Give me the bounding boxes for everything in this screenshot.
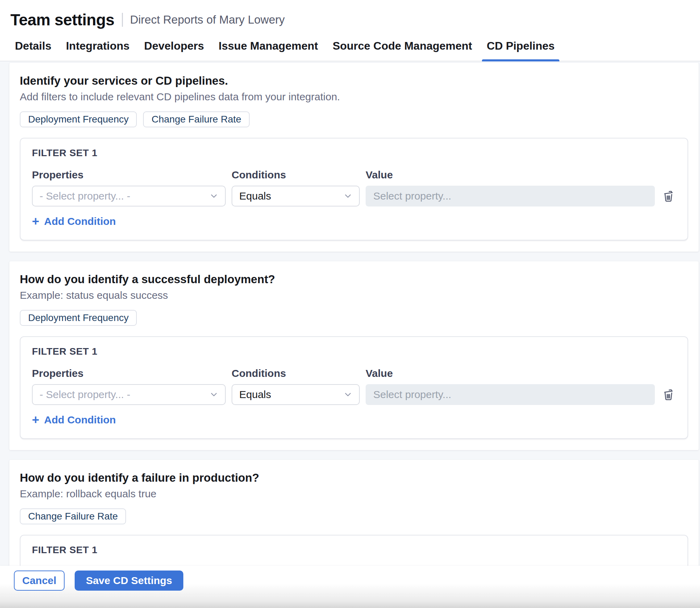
trash-icon [662,388,675,401]
chevron-down-icon [209,191,219,201]
properties-label: Properties [32,169,226,181]
tab-integrations[interactable]: Integrations [61,40,134,61]
footer-action-bar: Cancel Save CD Settings [0,566,700,608]
section-heading: How do you identify a failure in product… [20,471,688,485]
tab-developers[interactable]: Developers [139,40,209,61]
chevron-down-icon [343,191,353,201]
chip-deployment-frequency[interactable]: Deployment Frequency [20,111,137,127]
condition-select-value: Equals [239,190,343,202]
tab-source-code-management[interactable]: Source Code Management [328,40,477,61]
section-heading: Identify your services or CD pipelines. [20,74,688,88]
property-select-placeholder: - Select property... - [40,389,209,400]
add-condition-label: Add Condition [44,414,116,426]
section-subtitle: Add filters to include relevant CD pipel… [20,91,688,103]
chevron-down-icon [209,390,219,399]
value-label: Value [366,368,655,379]
property-select[interactable]: - Select property... - [32,384,226,405]
content-area: Identify your services or CD pipelines. … [0,61,700,608]
page-header: Team settings Direct Reports of Mary Low… [0,0,700,29]
add-condition-button[interactable]: + Add Condition [32,414,116,426]
condition-select-value: Equals [239,389,343,400]
chip-deployment-frequency[interactable]: Deployment Frequency [20,310,137,326]
conditions-label: Conditions [232,368,360,379]
filter-set-title: FILTER SET 1 [32,544,676,556]
value-input[interactable] [366,384,655,405]
plus-icon: + [32,216,39,227]
filter-set-card: FILTER SET 1 Properties Conditions Value… [20,336,688,439]
section-successful-deployment: How do you identify a successful deploym… [9,261,699,450]
value-label: Value [366,169,655,181]
plus-icon: + [32,415,39,425]
cancel-button[interactable]: Cancel [14,571,65,591]
tab-issue-management[interactable]: Issue Management [214,40,323,61]
add-condition-button[interactable]: + Add Condition [32,216,116,227]
delete-condition-button[interactable] [661,186,676,206]
condition-select[interactable]: Equals [232,186,360,206]
value-input[interactable] [366,186,655,206]
add-condition-label: Add Condition [44,216,116,227]
metric-chip-row: Change Failure Rate [20,508,688,524]
section-heading: How do you identify a successful deploym… [20,272,688,286]
filter-set-title: FILTER SET 1 [32,147,676,159]
tab-bar: Details Integrations Developers Issue Ma… [0,40,700,61]
chip-change-failure-rate[interactable]: Change Failure Rate [20,508,126,524]
property-select[interactable]: - Select property... - [32,186,226,206]
tab-details[interactable]: Details [10,40,56,61]
page-title: Team settings [10,10,114,29]
metric-chip-row: Deployment Frequency Change Failure Rate [20,111,688,127]
filter-set-card: FILTER SET 1 Properties Conditions Value… [20,138,688,240]
properties-label: Properties [32,368,226,379]
condition-select[interactable]: Equals [232,384,360,405]
save-cd-settings-button[interactable]: Save CD Settings [75,571,183,591]
page-subtitle: Direct Reports of Mary Lowery [130,13,285,26]
delete-condition-button[interactable] [661,384,676,405]
chip-change-failure-rate[interactable]: Change Failure Rate [143,111,249,127]
tab-cd-pipelines[interactable]: CD Pipelines [482,40,560,61]
section-subtitle: Example: rollback equals true [20,488,688,500]
metric-chip-row: Deployment Frequency [20,310,688,326]
conditions-label: Conditions [232,169,360,181]
chevron-down-icon [343,390,353,399]
filter-set-title: FILTER SET 1 [32,346,676,357]
property-select-placeholder: - Select property... - [40,190,209,202]
trash-icon [662,190,675,202]
title-divider [122,13,123,27]
section-identify-services: Identify your services or CD pipelines. … [9,63,699,252]
section-subtitle: Example: status equals success [20,289,688,302]
